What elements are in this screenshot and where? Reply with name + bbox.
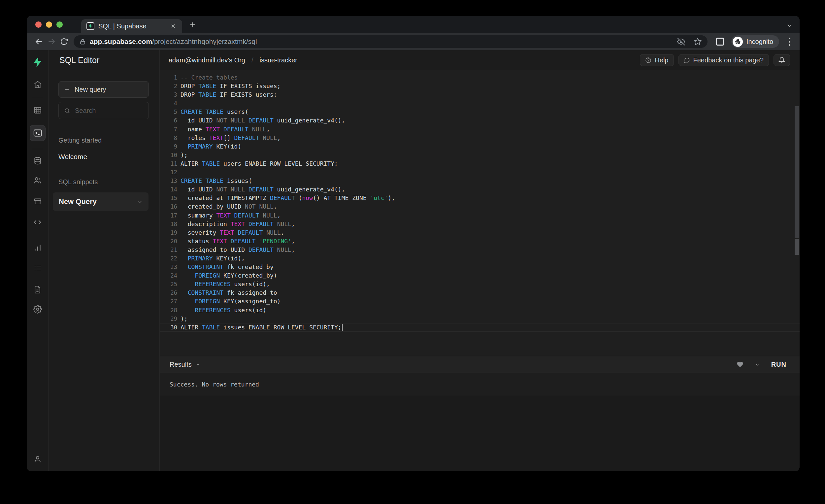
home-icon[interactable] <box>30 80 46 89</box>
indent-guide <box>179 117 179 151</box>
forward-icon[interactable] <box>45 35 58 48</box>
code-line[interactable]: 4 <box>160 99 800 107</box>
code-line[interactable]: 28 REFERENCES users(id) <box>160 306 800 314</box>
new-tab-button[interactable] <box>186 18 199 31</box>
line-number: 27 <box>160 297 177 306</box>
url-text[interactable]: app.supabase.com/project/azahtnhqohyjerz… <box>90 38 669 46</box>
zoom-window-button[interactable] <box>57 21 63 28</box>
help-button[interactable]: Help <box>640 54 674 66</box>
sql-editor-icon[interactable] <box>30 125 46 141</box>
feedback-button[interactable]: Feedback on this page? <box>678 54 769 66</box>
line-number: 4 <box>160 99 177 107</box>
sidebar-item-new-query[interactable]: New Query <box>53 193 149 211</box>
run-button[interactable]: RUN <box>771 361 786 368</box>
settings-gear-icon[interactable] <box>30 304 46 314</box>
new-query-button[interactable]: New query <box>58 81 149 98</box>
tab-search-chevron-icon[interactable] <box>786 22 792 28</box>
code-line[interactable]: 3DROP TABLE IF EXISTS users; <box>160 90 800 99</box>
code-line[interactable]: 8 roles TEXT[] DEFAULT NULL, <box>160 134 800 142</box>
line-number: 9 <box>160 142 177 151</box>
notifications-button[interactable] <box>773 54 790 66</box>
line-number: 23 <box>160 263 177 271</box>
search-input[interactable] <box>75 107 134 115</box>
edge-functions-icon[interactable] <box>30 217 46 227</box>
run-options-chevron-icon[interactable] <box>755 362 760 367</box>
account-icon[interactable] <box>30 454 46 464</box>
results-dropdown[interactable]: Results <box>170 361 200 368</box>
line-content <box>177 168 180 176</box>
code-line[interactable]: 13CREATE TABLE issues( <box>160 176 800 185</box>
lock-icon[interactable] <box>80 39 86 45</box>
code-line[interactable]: 25 REFERENCES users(id), <box>160 280 800 288</box>
sidebar-item-welcome[interactable]: Welcome <box>58 153 159 161</box>
line-content: CONSTRAINT fk_assigned_to <box>177 288 277 297</box>
help-button-label: Help <box>655 57 668 64</box>
browser-menu-icon[interactable] <box>785 38 794 46</box>
code-line[interactable]: 30ALTER TABLE issues ENABLE ROW LEVEL SE… <box>160 323 800 332</box>
code-line[interactable]: 5CREATE TABLE users( <box>160 107 800 116</box>
bottom-filler <box>160 396 800 471</box>
line-number: 26 <box>160 288 177 297</box>
code-line[interactable]: 12 <box>160 168 800 176</box>
code-line[interactable]: 2DROP TABLE IF EXISTS issues; <box>160 82 800 90</box>
database-icon[interactable] <box>30 156 46 166</box>
side-panel-toggle-icon[interactable] <box>716 38 724 46</box>
code-line[interactable]: 7 name TEXT DEFAULT NULL, <box>160 125 800 134</box>
line-number: 6 <box>160 116 177 125</box>
code-line[interactable]: 16 created_by UUID NOT NULL, <box>160 202 800 211</box>
eye-off-icon[interactable] <box>677 38 685 46</box>
line-content: ); <box>177 314 188 323</box>
code-line[interactable]: 22 PRIMARY KEY(id), <box>160 254 800 263</box>
storage-icon[interactable] <box>30 196 46 206</box>
bookmark-star-icon[interactable] <box>694 38 701 46</box>
reload-icon[interactable] <box>58 35 70 48</box>
editor-scrollbar-thumb[interactable] <box>795 239 799 255</box>
code-line[interactable]: 6 id UUID NOT NULL DEFAULT uuid_generate… <box>160 116 800 125</box>
minimize-window-button[interactable] <box>46 21 52 28</box>
browser-tab[interactable]: SQL | Supabase <box>81 19 182 33</box>
code-editor[interactable]: 1-- Create tables2DROP TABLE IF EXISTS i… <box>160 70 800 356</box>
page-scrollbar-thumb[interactable] <box>795 106 799 238</box>
code-line[interactable]: 10); <box>160 151 800 159</box>
code-line[interactable]: 26 CONSTRAINT fk_assigned_to <box>160 288 800 297</box>
url-host: app.supabase.com <box>90 38 152 45</box>
logs-icon[interactable] <box>30 263 46 273</box>
search-icon <box>64 107 70 114</box>
code-line[interactable]: 1-- Create tables <box>160 73 800 82</box>
code-line[interactable]: 19 severity TEXT DEFAULT NULL, <box>160 228 800 237</box>
line-content: description TEXT DEFAULT NULL, <box>177 220 295 228</box>
favorite-heart-icon[interactable] <box>737 361 744 368</box>
line-content: CREATE TABLE issues( <box>177 176 252 185</box>
code-line[interactable]: 11ALTER TABLE users ENABLE ROW LEVEL SEC… <box>160 159 800 168</box>
code-line[interactable]: 23 CONSTRAINT fk_created_by <box>160 263 800 271</box>
code-line[interactable]: 21 assigned_to UUID DEFAULT NULL, <box>160 245 800 254</box>
line-content: assigned_to UUID DEFAULT NULL, <box>177 245 295 254</box>
url-bar[interactable]: app.supabase.com/project/azahtnhqohyjerz… <box>74 35 707 48</box>
line-number: 11 <box>160 159 177 168</box>
incognito-label: Incognito <box>746 38 773 46</box>
line-content: REFERENCES users(id), <box>177 280 270 288</box>
auth-users-icon[interactable] <box>30 175 46 185</box>
code-line[interactable]: 24 FOREIGN KEY(created_by) <box>160 271 800 280</box>
code-line[interactable]: 20 status TEXT DEFAULT 'PENDING', <box>160 237 800 245</box>
code-line[interactable]: 14 id UUID NOT NULL DEFAULT uuid_generat… <box>160 185 800 194</box>
breadcrumb-project[interactable]: issue-tracker <box>260 57 297 64</box>
reports-icon[interactable] <box>30 242 46 253</box>
code-line[interactable]: 27 FOREIGN KEY(assigned_to) <box>160 297 800 306</box>
code-line[interactable]: 18 description TEXT DEFAULT NULL, <box>160 220 800 228</box>
back-icon[interactable] <box>33 35 45 48</box>
table-editor-icon[interactable] <box>30 105 46 115</box>
tab-close-icon[interactable] <box>169 22 177 30</box>
api-docs-icon[interactable] <box>30 285 46 294</box>
code-line[interactable]: 9 PRIMARY KEY(id) <box>160 142 800 151</box>
supabase-logo-icon[interactable] <box>32 57 43 68</box>
code-line[interactable]: 17 summary TEXT DEFAULT NULL, <box>160 211 800 220</box>
close-window-button[interactable] <box>35 21 42 28</box>
line-content: created_by UUID NOT NULL, <box>177 202 277 211</box>
code-line[interactable]: 15 created_at TIMESTAMPTZ DEFAULT (now()… <box>160 194 800 202</box>
line-content: REFERENCES users(id) <box>177 306 266 314</box>
search-box[interactable] <box>58 102 149 119</box>
chevron-down-icon[interactable] <box>137 199 143 204</box>
code-line[interactable]: 29); <box>160 314 800 323</box>
breadcrumb-org[interactable]: adam@windmill.dev's Org <box>169 57 245 64</box>
